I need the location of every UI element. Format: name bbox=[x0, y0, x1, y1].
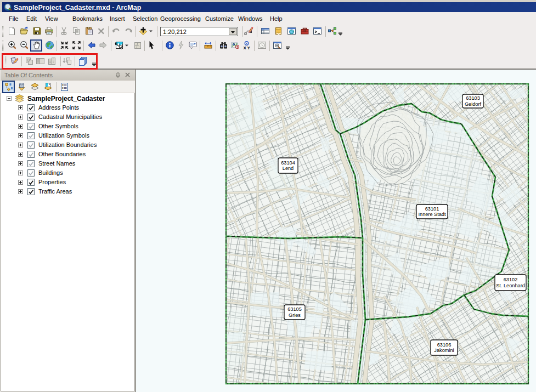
svg-text:X: X bbox=[244, 46, 247, 50]
svg-text:Y: Y bbox=[247, 46, 251, 50]
svg-text:63104: 63104 bbox=[281, 160, 295, 166]
svg-text:63101: 63101 bbox=[425, 206, 439, 212]
svg-text:Jakomini: Jakomini bbox=[434, 348, 454, 353]
svg-text:Geidorf: Geidorf bbox=[465, 101, 482, 107]
svg-text:Lend: Lend bbox=[283, 166, 294, 171]
svg-text:St. Leonhard: St. Leonhard bbox=[496, 283, 525, 288]
svg-text:63105: 63105 bbox=[287, 306, 302, 312]
svg-text:63102: 63102 bbox=[504, 277, 518, 282]
svg-text:Innere Stadt: Innere Stadt bbox=[418, 212, 446, 217]
svg-text:63106: 63106 bbox=[437, 342, 452, 348]
svg-text:63103: 63103 bbox=[466, 95, 480, 101]
svg-text:Gries: Gries bbox=[289, 313, 301, 318]
